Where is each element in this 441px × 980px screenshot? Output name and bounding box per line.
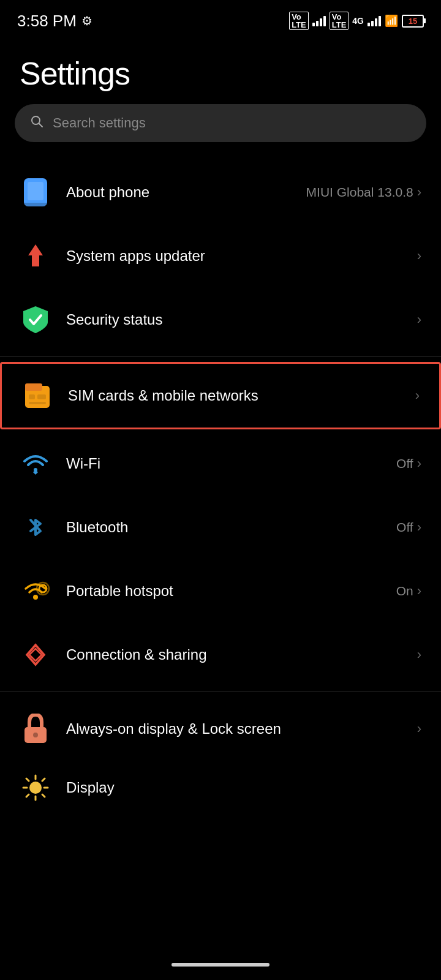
status-icons: VoLTE VoLTE 4G 📶 15 — [289, 12, 424, 30]
connection-content: Connection & sharing — [66, 646, 417, 663]
wifi-content: Wi-Fi — [66, 455, 396, 472]
time-text: 3:58 PM — [17, 12, 77, 31]
battery-icon: 15 — [402, 15, 424, 28]
wifi-status: Off — [396, 456, 413, 471]
svg-line-21 — [26, 778, 29, 781]
4g-icon: 4G — [352, 16, 364, 26]
display-item[interactable]: Display — [0, 761, 441, 815]
svg-marker-2 — [28, 244, 43, 266]
volte1-icon: VoLTE — [289, 12, 309, 30]
connection-sharing-item[interactable]: Connection & sharing › — [0, 623, 441, 687]
about-phone-label: About phone — [66, 184, 306, 201]
security-status-content: Security status — [66, 311, 417, 328]
connection-right: › — [417, 647, 421, 663]
display-icon — [20, 772, 51, 804]
always-on-display-label: Always-on display & Lock screen — [66, 719, 417, 738]
wifi-right: Off › — [396, 456, 421, 472]
always-on-display-right: › — [417, 721, 421, 737]
about-phone-content: About phone — [66, 184, 306, 201]
lock-icon — [20, 713, 51, 745]
svg-line-22 — [42, 794, 45, 797]
always-on-display-chevron: › — [417, 721, 421, 737]
sim-cards-item[interactable]: SIM cards & mobile networks › — [0, 362, 441, 429]
security-status-item[interactable]: Security status › — [0, 288, 441, 352]
signal1-bars — [312, 15, 326, 26]
hotspot-right: On › — [396, 583, 421, 599]
security-status-label: Security status — [66, 311, 417, 328]
hotspot-item[interactable]: Portable hotspot On › — [0, 559, 441, 623]
system-apps-right: › — [417, 248, 421, 264]
bottom-nav — [0, 949, 441, 980]
bluetooth-chevron: › — [417, 519, 421, 535]
update-icon — [20, 240, 51, 272]
bluetooth-right: Off › — [396, 519, 421, 535]
connection-label: Connection & sharing — [66, 646, 417, 663]
wifi-status-icon: 📶 — [385, 14, 398, 28]
security-status-chevron: › — [417, 312, 421, 328]
security-status-right: › — [417, 312, 421, 328]
display-label: Display — [66, 779, 421, 796]
hotspot-content: Portable hotspot — [66, 582, 396, 600]
status-time: 3:58 PM ⚙ — [17, 12, 92, 31]
bluetooth-status: Off — [396, 520, 413, 535]
hotspot-status: On — [396, 584, 413, 598]
svg-point-16 — [29, 782, 42, 794]
svg-point-9 — [33, 595, 38, 600]
status-bar: 3:58 PM ⚙ VoLTE VoLTE 4G 📶 15 — [0, 0, 441, 37]
signal2-bars — [368, 15, 381, 26]
wifi-icon — [20, 448, 51, 480]
system-apps-label: System apps updater — [66, 247, 417, 265]
svg-point-15 — [33, 733, 38, 737]
svg-rect-4 — [25, 383, 42, 391]
sim-cards-label: SIM cards & mobile networks — [68, 387, 415, 404]
bluetooth-content: Bluetooth — [66, 519, 396, 536]
page-title: Settings — [0, 37, 441, 104]
battery-level: 15 — [409, 17, 417, 26]
system-apps-content: System apps updater — [66, 247, 417, 265]
system-apps-chevron: › — [417, 248, 421, 264]
always-on-display-item[interactable]: Always-on display & Lock screen › — [0, 697, 441, 761]
wifi-item[interactable]: Wi-Fi Off › — [0, 432, 441, 496]
divider-2 — [0, 692, 441, 692]
svg-rect-6 — [37, 394, 46, 399]
connection-icon — [20, 639, 51, 671]
settings-gear-icon: ⚙ — [81, 13, 92, 28]
svg-line-23 — [42, 778, 45, 781]
svg-rect-5 — [29, 394, 35, 399]
svg-line-1 — [39, 124, 43, 127]
about-phone-subtitle: MIUI Global 13.0.8 — [306, 185, 413, 200]
display-content: Display — [66, 779, 421, 796]
always-on-display-content: Always-on display & Lock screen — [66, 719, 417, 738]
sim-cards-content: SIM cards & mobile networks — [68, 387, 415, 404]
about-phone-chevron: › — [417, 184, 421, 200]
wifi-chevron: › — [417, 456, 421, 472]
search-icon — [29, 114, 44, 132]
divider-1 — [0, 356, 441, 357]
svg-point-8 — [34, 468, 37, 472]
bluetooth-icon — [20, 511, 51, 543]
hotspot-icon — [20, 575, 51, 607]
shield-icon — [20, 304, 51, 336]
about-phone-right: MIUI Global 13.0.8 › — [306, 184, 421, 200]
search-placeholder: Search settings — [53, 115, 146, 131]
hotspot-chevron: › — [417, 583, 421, 599]
search-bar[interactable]: Search settings — [15, 104, 426, 142]
bluetooth-label: Bluetooth — [66, 519, 396, 536]
bluetooth-item[interactable]: Bluetooth Off › — [0, 496, 441, 559]
svg-rect-7 — [29, 402, 46, 404]
home-indicator[interactable] — [172, 963, 270, 967]
connection-chevron: › — [417, 647, 421, 663]
sim-icon — [21, 380, 53, 412]
phone-icon — [20, 176, 51, 208]
volte2-icon: VoLTE — [330, 12, 349, 30]
system-apps-updater-item[interactable]: System apps updater › — [0, 224, 441, 288]
wifi-label: Wi-Fi — [66, 455, 396, 472]
sim-cards-chevron: › — [415, 388, 420, 404]
sim-cards-right: › — [415, 388, 420, 404]
svg-line-24 — [26, 794, 29, 797]
about-phone-item[interactable]: About phone MIUI Global 13.0.8 › — [0, 160, 441, 224]
hotspot-label: Portable hotspot — [66, 582, 396, 600]
